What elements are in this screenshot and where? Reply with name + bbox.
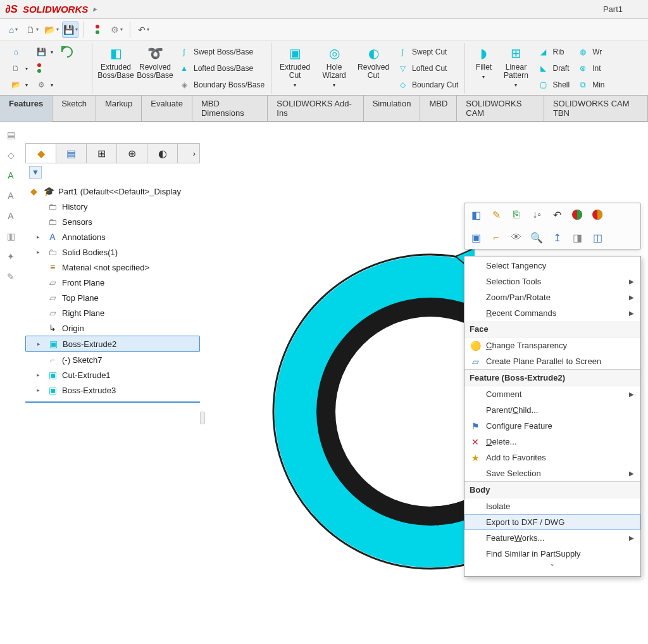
draft-button[interactable]: ◣Draft: [535, 61, 572, 76]
ctx-expand-icon[interactable]: ˅: [464, 562, 640, 574]
tree-front-plane[interactable]: ▱Front Plane: [25, 275, 200, 290]
ctx-tb-select-cube-icon[interactable]: ◧: [467, 206, 485, 224]
save-button[interactable]: 💾: [62, 22, 78, 38]
rail-icon-3[interactable]: A: [4, 168, 18, 182]
extruded-cut-button[interactable]: ▣Extruded Cut▾: [277, 43, 313, 89]
tab-cam-tbm[interactable]: SOLIDWORKS CAM TBN: [544, 95, 648, 122]
mirror-button[interactable]: ⧉Min: [575, 77, 607, 92]
new-ribbon-button[interactable]: 🗋▾: [8, 61, 30, 76]
options-ribbon-button[interactable]: ⚙▾: [33, 77, 56, 92]
lofted-cut-button[interactable]: ▽Lofted Cut: [394, 61, 461, 76]
shell-button[interactable]: ▢Shell: [535, 77, 572, 92]
new-doc-button[interactable]: 🗋: [24, 22, 40, 38]
rail-icon-6[interactable]: ▥: [4, 229, 18, 243]
panel-tab-config[interactable]: ⊞: [87, 144, 117, 163]
ctx-tb-hide-icon[interactable]: 👁: [508, 229, 525, 246]
splitter-handle[interactable]: [200, 412, 205, 424]
ctx-tb-sort-icon[interactable]: ↓◦: [528, 206, 545, 224]
tree-boss-extrude2[interactable]: ▸▣Boss-Extrude2: [25, 336, 200, 352]
ctx-save-selection[interactable]: Save Selection▶: [464, 465, 640, 481]
rail-icon-4[interactable]: A: [4, 189, 18, 203]
tab-addins[interactable]: SOLIDWORKS Add-Ins: [268, 95, 363, 122]
ctx-change-transparency[interactable]: 🟡Change Transparency: [464, 338, 640, 353]
undo-button[interactable]: ↶: [135, 22, 152, 38]
revolved-boss-button[interactable]: ➰Revolved Boss/Base: [137, 43, 173, 80]
home-ribbon-button[interactable]: ⌂: [8, 44, 30, 60]
rail-icon-2[interactable]: ◇: [4, 148, 18, 162]
ctx-tb-annot-copy-icon[interactable]: ⎘: [508, 206, 525, 224]
rail-icon-1[interactable]: ▤: [4, 128, 18, 142]
tree-boss-extrude3[interactable]: ▸▣Boss-Extrude3: [25, 382, 200, 398]
tab-sketch[interactable]: Sketch: [53, 95, 96, 122]
rail-icon-7[interactable]: ✦: [4, 249, 18, 263]
ctx-selection-tools[interactable]: Selection Tools▶: [464, 274, 640, 289]
revolved-cut-button[interactable]: ◐Revolved Cut: [355, 43, 392, 80]
options-button[interactable]: ⚙: [108, 22, 125, 38]
ctx-tb-undo-icon[interactable]: ↶: [548, 206, 566, 224]
tree-top-plane[interactable]: ▱Top Plane: [25, 290, 200, 305]
ctx-tb-appearance-icon[interactable]: [568, 206, 586, 224]
ctx-delete[interactable]: ✕Delete...: [464, 434, 640, 450]
ctx-tb-view-icon[interactable]: ▣: [467, 229, 485, 246]
rebuild-light-button[interactable]: [89, 22, 106, 38]
ctx-tb-sketch-sel-icon[interactable]: ⌐: [487, 229, 505, 246]
tab-features[interactable]: Features: [0, 95, 53, 122]
tree-solid-bodies[interactable]: ▸🗀Solid Bodies(1): [25, 244, 200, 260]
open-doc-button[interactable]: 📂: [43, 22, 59, 38]
ctx-tb-box-icon[interactable]: ◫: [589, 229, 606, 246]
ctx-featureworks[interactable]: FeatureWorks...▶: [464, 530, 640, 546]
tree-material[interactable]: ≡Material <not specified>: [25, 260, 200, 275]
boundary-boss-button[interactable]: ◈Boundary Boss/Base: [176, 77, 267, 92]
ctx-create-plane-parallel[interactable]: ▱Create Plane Parallel to Screen: [464, 353, 640, 369]
tab-cam[interactable]: SOLIDWORKS CAM: [457, 95, 544, 122]
tree-cut-extrude1[interactable]: ▸▣Cut-Extrude1: [25, 367, 200, 382]
ctx-isolate[interactable]: Isolate: [464, 498, 640, 514]
tab-mbd[interactable]: MBD: [420, 95, 457, 122]
boundary-cut-button[interactable]: ◇Boundary Cut: [394, 77, 461, 92]
ctx-tb-shaded-icon[interactable]: ◨: [568, 229, 586, 246]
panel-tab-display[interactable]: ◐: [147, 144, 178, 163]
rail-icon-5[interactable]: A: [4, 209, 18, 223]
filter-button[interactable]: ▼: [29, 166, 42, 179]
panel-tab-feature-tree[interactable]: ◆: [26, 144, 56, 163]
rebuild-ribbon-button[interactable]: [33, 61, 56, 76]
ctx-zoom-pan-rotate[interactable]: Zoom/Pan/Rotate▶: [464, 289, 640, 305]
rib-button[interactable]: ◢Rib: [535, 44, 572, 60]
tab-simulation[interactable]: Simulation: [364, 95, 421, 122]
ctx-parent-child[interactable]: Parent/Child...: [464, 402, 640, 418]
wrap-button[interactable]: ◍Wr: [575, 44, 607, 60]
ctx-tb-zoom-icon[interactable]: 🔍: [528, 229, 545, 246]
swept-boss-button[interactable]: ∫Swept Boss/Base: [176, 44, 267, 60]
tab-markup[interactable]: Markup: [96, 95, 142, 122]
save-ribbon-button[interactable]: 💾▾: [33, 44, 56, 60]
lofted-boss-button[interactable]: ▲Lofted Boss/Base: [176, 61, 267, 76]
tree-right-plane[interactable]: ▱Right Plane: [25, 305, 200, 320]
intersect-button[interactable]: ⊗Int: [575, 61, 607, 76]
panel-tab-property[interactable]: ▤: [56, 144, 87, 163]
ctx-select-tangency[interactable]: Select Tangency: [464, 258, 640, 274]
tree-root[interactable]: ◆🎓 Part1 (Default<<Default>_Display: [25, 184, 200, 199]
ctx-export-dxf-dwg[interactable]: Export to DXF / DWG: [464, 514, 640, 530]
tab-mbd-dimensions[interactable]: MBD Dimensions: [192, 95, 268, 122]
ctx-tb-annot-edit-icon[interactable]: ✎: [487, 206, 505, 224]
tree-sketch7[interactable]: ⌐(-) Sketch7: [25, 352, 200, 367]
tree-history[interactable]: 🗀History: [25, 199, 200, 214]
ctx-add-favorites[interactable]: ★Add to Favorites: [464, 450, 640, 465]
ctx-tb-appearance2-icon[interactable]: [589, 206, 606, 224]
swept-cut-button[interactable]: ∫Swept Cut: [394, 44, 461, 60]
tree-sensors[interactable]: 🗀Sensors: [25, 214, 200, 229]
ctx-find-similar[interactable]: Find Similar in PartSupply: [464, 546, 640, 562]
panel-tab-more[interactable]: ›: [178, 144, 199, 163]
extruded-boss-button[interactable]: ◧Extruded Boss/Base: [97, 43, 134, 80]
ctx-configure-feature[interactable]: ⚑Configure Feature: [464, 418, 640, 434]
rebuild-icon[interactable]: [58, 44, 76, 60]
ctx-comment[interactable]: Comment▶: [464, 386, 640, 402]
fillet-button[interactable]: ◗Fillet▾: [470, 43, 497, 81]
feature-tree[interactable]: ◆🎓 Part1 (Default<<Default>_Display 🗀His…: [25, 184, 200, 403]
hole-wizard-button[interactable]: ◎Hole Wizard▾: [316, 43, 352, 89]
tab-evaluate[interactable]: Evaluate: [142, 95, 192, 122]
linear-pattern-button[interactable]: ⊞Linear Pattern▾: [499, 43, 532, 89]
rail-icon-8[interactable]: ✎: [4, 270, 18, 284]
tree-origin[interactable]: ↳Origin: [25, 320, 200, 336]
panel-tab-dim[interactable]: ⊕: [117, 144, 147, 163]
